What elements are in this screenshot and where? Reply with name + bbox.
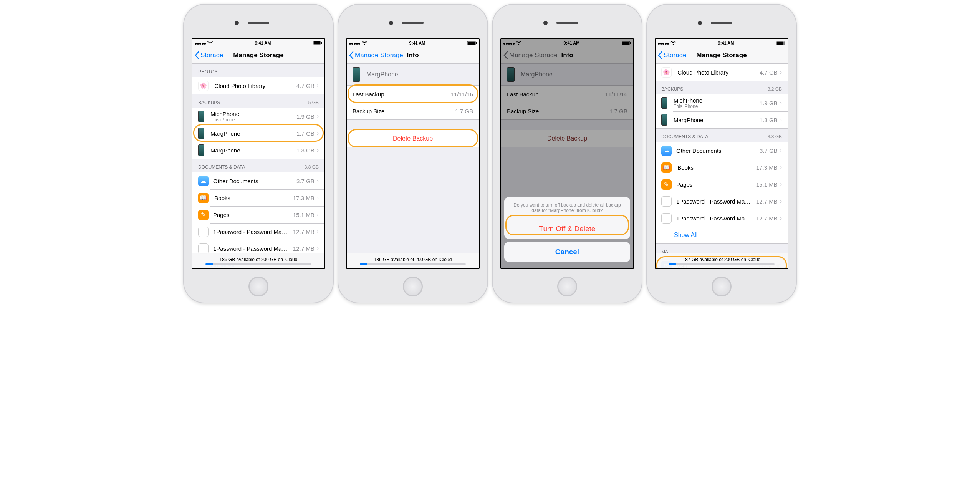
nav-title: Info <box>407 51 419 59</box>
1password-icon: ◉ <box>198 227 209 237</box>
photos-icon: 🌸 <box>661 67 672 78</box>
chevron-right-icon: › <box>317 113 319 120</box>
battery-icon <box>313 41 322 46</box>
delete-backup-button[interactable]: Delete Backup <box>347 130 479 147</box>
svg-rect-2 <box>321 42 322 44</box>
device-icon <box>198 144 204 156</box>
back-button[interactable]: Manage Storage <box>349 51 403 59</box>
show-all-button[interactable]: Show All <box>656 227 788 243</box>
home-button[interactable] <box>557 277 577 296</box>
storage-footer: 186 GB available of 200 GB on iCloud <box>347 253 479 268</box>
home-button[interactable] <box>712 277 732 296</box>
pages-icon: ✎ <box>198 210 209 220</box>
row-1password-1[interactable]: ◉1Password - Password Manager an...12.7 … <box>192 223 324 240</box>
phone-3: 9:41 AM Manage Storage Info MargPhone La… <box>492 4 642 303</box>
row-pages[interactable]: ✎Pages15.1 MB› <box>192 206 324 223</box>
photos-icon: 🌸 <box>198 81 209 91</box>
status-time: 9:41 AM <box>255 41 271 45</box>
row-backup-margphone-1[interactable]: MargPhone 1.7 GB › <box>192 125 324 142</box>
svg-rect-10 <box>777 41 784 45</box>
1password-icon: ◉ <box>198 243 209 254</box>
chevron-right-icon: › <box>317 82 319 89</box>
row-backup-michphone[interactable]: MichPhoneThis iPhone 1.9 GB › <box>192 108 324 125</box>
row-backup-size: Backup Size1.7 GB <box>347 103 479 119</box>
nav-title: Manage Storage <box>696 51 747 59</box>
row-ibooks[interactable]: 📖iBooks17.3 MB› <box>656 159 788 176</box>
action-sheet: Do you want to turn off backup and delet… <box>504 197 630 265</box>
phone-1: 9:41 AM Storage Manage Storage PHOTOS 🌸 … <box>183 4 334 303</box>
row-1password-2[interactable]: ◉1Password - Password Manager an...12.7 … <box>656 210 788 227</box>
row-last-backup: Last Backup11/11/16 <box>347 86 479 103</box>
svg-rect-5 <box>476 42 477 44</box>
phone-4: 9:41 AM Storage Manage Storage 🌸 iCloud … <box>646 4 797 303</box>
row-other-documents[interactable]: ☁Other Documents3.7 GB› <box>656 142 788 159</box>
row-pages[interactable]: ✎Pages15.1 MB› <box>656 176 788 193</box>
storage-footer: 186 GB available of 200 GB on iCloud <box>192 253 324 268</box>
nav-bar: Manage Storage Info <box>347 47 479 64</box>
section-header-photos: PHOTOS <box>192 64 324 77</box>
home-button[interactable] <box>248 277 268 296</box>
row-backup-margphone-2[interactable]: MargPhone 1.3 GB › <box>192 142 324 159</box>
svg-rect-4 <box>468 41 475 45</box>
status-bar: 9:41 AM <box>192 39 324 47</box>
nav-title: Manage Storage <box>233 51 283 59</box>
wifi-icon <box>207 41 213 45</box>
section-header-documents: DOCUMENTS & DATA3.8 GB <box>192 159 324 172</box>
chevron-right-icon: › <box>317 147 319 154</box>
device-icon <box>198 111 204 122</box>
device-icon <box>198 128 204 139</box>
row-1password-1[interactable]: ◉1Password - Password Manager an...12.7 … <box>656 193 788 210</box>
row-backup-michphone[interactable]: MichPhoneThis iPhone 1.9 GB› <box>656 94 788 111</box>
chevron-right-icon: › <box>317 130 319 137</box>
section-header-backups: BACKUPS5 GB <box>192 94 324 108</box>
row-backup-margphone[interactable]: MargPhone1.3 GB› <box>656 111 788 128</box>
row-icloud-photo-library[interactable]: 🌸 iCloud Photo Library 4.7 GB › <box>192 77 324 94</box>
cancel-button[interactable]: Cancel <box>504 242 630 262</box>
device-header: MargPhone <box>347 64 479 85</box>
back-button[interactable]: Storage <box>195 51 223 59</box>
status-bar: 9:41 AM <box>347 39 479 47</box>
nav-bar: Storage Manage Storage <box>192 47 324 64</box>
device-icon <box>353 67 360 82</box>
row-ibooks[interactable]: 📖iBooks17.3 MB› <box>192 189 324 206</box>
svg-rect-11 <box>785 42 785 44</box>
phone-2: 9:41 AM Manage Storage Info MargPhone La… <box>338 4 488 303</box>
turn-off-delete-button[interactable]: Turn Off & Delete <box>504 219 630 239</box>
ibooks-icon: 📖 <box>198 193 209 203</box>
row-icloud-photo-library[interactable]: 🌸 iCloud Photo Library4.7 GB › <box>656 64 788 81</box>
cloud-icon: ☁ <box>198 176 209 186</box>
back-button[interactable]: Storage <box>658 51 687 59</box>
svg-rect-1 <box>314 41 321 44</box>
signal-icon <box>195 41 206 45</box>
action-sheet-message: Do you want to turn off backup and delet… <box>504 197 630 219</box>
storage-footer: 187 GB available of 200 GB on iCloud <box>656 253 788 268</box>
home-button[interactable] <box>403 277 423 296</box>
row-other-documents[interactable]: ☁Other Documents3.7 GB› <box>192 172 324 189</box>
